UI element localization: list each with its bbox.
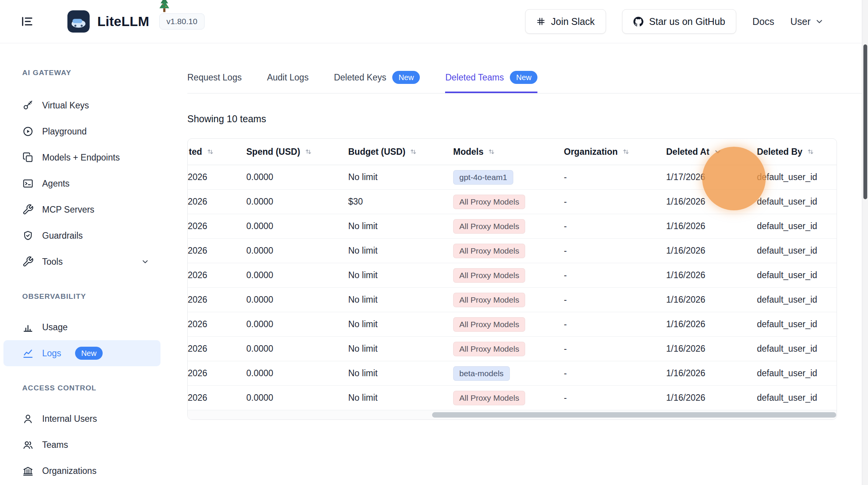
sidebar-item-teams[interactable]: Teams (3, 432, 160, 458)
cell-organization: - (564, 393, 666, 403)
cell-deleted-at: 1/16/2026 (666, 368, 757, 378)
tab-request-logs[interactable]: Request Logs (187, 71, 242, 93)
chevron-down-icon (814, 16, 824, 26)
cell-organization: - (564, 197, 666, 207)
section-ai-gateway: AI GATEWAY (22, 69, 166, 77)
column-spend[interactable]: Spend (USD) (246, 147, 348, 157)
tab-bar: Request Logs Audit Logs Deleted Keys New… (187, 71, 862, 93)
column-deleted-at[interactable]: Deleted At (666, 147, 757, 157)
table-row[interactable]: 2026 0.0000 No limit All Proxy Models - … (188, 312, 837, 337)
sidebar-item-tools[interactable]: Tools (3, 249, 160, 275)
cell-models: All Proxy Models (453, 219, 564, 234)
sidebar: AI GATEWAY Virtual Keys Playground Model… (0, 43, 166, 485)
cell-deleted-by: default_user_id (757, 270, 837, 280)
sort-icon (409, 147, 418, 156)
sidebar-item-label: Tools (42, 257, 63, 267)
cell-created: 2026 (188, 197, 246, 207)
sidebar-item-usage[interactable]: Usage (3, 314, 160, 340)
cell-created: 2026 (188, 319, 246, 329)
column-created-truncated[interactable]: ted (188, 147, 246, 157)
table-row[interactable]: 2026 0.0000 No limit All Proxy Models - … (188, 386, 837, 410)
terminal-card-icon (22, 178, 34, 189)
cell-deleted-by: default_user_id (757, 344, 837, 354)
sidebar-item-agents[interactable]: Agents (3, 170, 160, 197)
cell-deleted-by: default_user_id (757, 319, 837, 329)
tab-deleted-keys[interactable]: Deleted Keys New (334, 71, 420, 93)
sidebar-item-label: Teams (42, 440, 68, 450)
cell-deleted-at: 1/16/2026 (666, 295, 757, 305)
model-badge: All Proxy Models (453, 195, 525, 209)
section-access-control: ACCESS CONTROL (22, 384, 166, 392)
sidebar-item-guardrails[interactable]: Guardrails (3, 223, 160, 249)
model-badge: All Proxy Models (453, 268, 525, 283)
user-menu[interactable]: User (790, 16, 824, 27)
cell-budget: No limit (348, 344, 453, 354)
cell-deleted-at: 1/16/2026 (666, 246, 757, 256)
tab-deleted-teams[interactable]: Deleted Teams New (445, 71, 537, 93)
cell-deleted-by: default_user_id (757, 368, 837, 378)
sidebar-item-mcp-servers[interactable]: MCP Servers (3, 197, 160, 223)
table-row[interactable]: 2026 0.0000 No limit gpt-4o-team1 - 1/17… (188, 165, 837, 190)
sidebar-item-models-endpoints[interactable]: Models + Endpoints (3, 144, 160, 170)
chevron-down-icon[interactable] (141, 257, 150, 266)
cell-spend: 0.0000 (246, 295, 348, 305)
cell-models: All Proxy Models (453, 268, 564, 283)
column-organization[interactable]: Organization (564, 147, 666, 157)
logo-wrap: LiteLLM v1.80.10 (67, 10, 205, 33)
cell-created: 2026 (188, 270, 246, 280)
bar-chart-icon (22, 321, 34, 333)
model-badge: All Proxy Models (453, 342, 525, 356)
showing-count-text: Showing 10 teams (187, 113, 862, 125)
sort-icon (487, 147, 496, 156)
header-actions: Join Slack Star us on GitHub Docs User (525, 9, 862, 34)
column-models[interactable]: Models (453, 147, 564, 157)
top-header: LiteLLM v1.80.10 Join Slack Star us o (0, 0, 862, 43)
sidebar-toggle-icon[interactable] (20, 14, 34, 29)
cell-budget: No limit (348, 319, 453, 329)
sidebar-item-internal-users[interactable]: Internal Users (3, 406, 160, 432)
docs-link[interactable]: Docs (752, 16, 774, 27)
sidebar-item-virtual-keys[interactable]: Virtual Keys (3, 92, 160, 118)
cell-models: All Proxy Models (453, 391, 564, 405)
table-body: 2026 0.0000 No limit gpt-4o-team1 - 1/17… (188, 165, 837, 410)
table-row[interactable]: 2026 0.0000 $30 All Proxy Models - 1/16/… (188, 190, 837, 214)
table-row[interactable]: 2026 0.0000 No limit beta-models - 1/16/… (188, 361, 837, 386)
cell-organization: - (564, 270, 666, 280)
wrench-icon (22, 204, 34, 215)
horizontal-scrollbar-thumb[interactable] (432, 412, 836, 418)
table-row[interactable]: 2026 0.0000 No limit All Proxy Models - … (188, 288, 837, 312)
sidebar-item-playground[interactable]: Playground (3, 118, 160, 144)
cell-models: All Proxy Models (453, 195, 564, 209)
litellm-logo (67, 10, 90, 33)
sidebar-item-logs[interactable]: Logs New (3, 340, 160, 366)
horizontal-scrollbar-track[interactable] (188, 410, 837, 419)
line-chart-icon (22, 347, 34, 359)
cell-budget: No limit (348, 246, 453, 256)
bank-icon (22, 465, 34, 477)
cell-spend: 0.0000 (246, 246, 348, 256)
cell-created: 2026 (188, 172, 246, 182)
table-row[interactable]: 2026 0.0000 No limit All Proxy Models - … (188, 337, 837, 361)
model-badge: All Proxy Models (453, 391, 525, 405)
model-badge: All Proxy Models (453, 219, 525, 234)
cell-organization: - (564, 368, 666, 378)
column-deleted-by[interactable]: Deleted By (757, 147, 837, 157)
table-row[interactable]: 2026 0.0000 No limit All Proxy Models - … (188, 239, 837, 263)
cell-deleted-by: default_user_id (757, 295, 837, 305)
users-icon (22, 439, 34, 451)
sidebar-item-organizations[interactable]: Organizations (3, 458, 160, 484)
star-github-button[interactable]: Star us on GitHub (622, 9, 737, 34)
deleted-teams-table-card: ted Spend (USD) Budget (USD) Models (187, 138, 837, 420)
sort-icon (206, 147, 215, 156)
vertical-scrollbar-track[interactable] (862, 0, 868, 485)
tab-audit-logs[interactable]: Audit Logs (267, 71, 309, 93)
join-slack-button[interactable]: Join Slack (525, 9, 606, 34)
table-row[interactable]: 2026 0.0000 No limit All Proxy Models - … (188, 214, 837, 239)
cell-deleted-at: 1/16/2026 (666, 319, 757, 329)
vertical-scrollbar-thumb[interactable] (863, 44, 867, 199)
column-budget[interactable]: Budget (USD) (348, 147, 453, 157)
tab-label: Request Logs (187, 72, 242, 83)
cell-models: beta-models (453, 366, 564, 381)
table-row[interactable]: 2026 0.0000 No limit All Proxy Models - … (188, 263, 837, 288)
sidebar-item-label: Playground (42, 126, 87, 137)
